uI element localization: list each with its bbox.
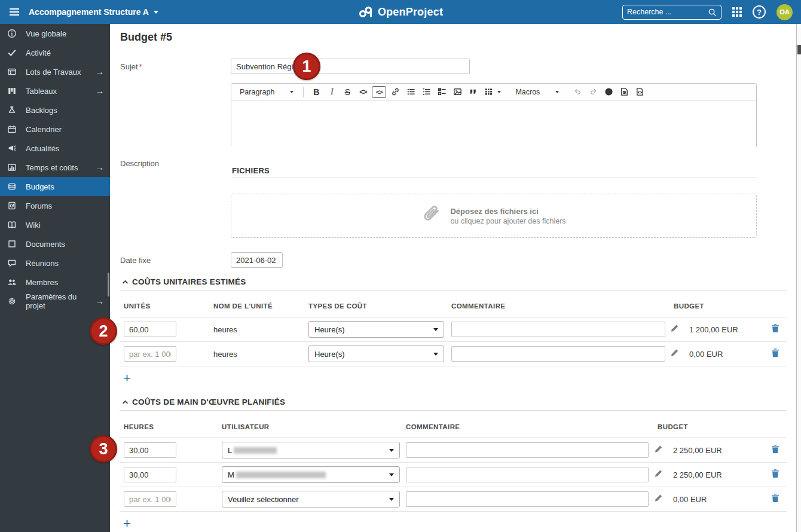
delete-row-trash-icon[interactable] bbox=[771, 444, 779, 456]
submenu-arrow-icon[interactable]: → bbox=[96, 67, 104, 77]
submenu-arrow-icon[interactable]: → bbox=[96, 296, 104, 306]
units-input[interactable] bbox=[124, 346, 176, 362]
sidebar-item-label: Budgets bbox=[26, 182, 54, 191]
macros-dropdown[interactable]: Macros bbox=[512, 87, 562, 97]
sidebar-item-reunions[interactable]: Réunions bbox=[0, 253, 110, 273]
link-button[interactable] bbox=[389, 85, 402, 99]
units-input[interactable] bbox=[124, 322, 176, 337]
sidebar-item-label: Paramètres du projet bbox=[26, 292, 96, 310]
strikethrough-button[interactable]: S bbox=[341, 85, 354, 99]
hamburger-menu-icon[interactable] bbox=[0, 0, 29, 24]
submenu-arrow-icon[interactable]: → bbox=[96, 163, 104, 172]
annotation-badge-3: 3 bbox=[90, 435, 117, 463]
user-select[interactable]: L bbox=[222, 442, 400, 458]
edit-budget-pencil-icon[interactable] bbox=[670, 348, 679, 360]
comment-input[interactable] bbox=[406, 467, 649, 482]
budget-amount: 0,00 EUR bbox=[689, 350, 723, 359]
sidebar-scrollbar[interactable] bbox=[108, 273, 109, 296]
italic-button[interactable]: I bbox=[325, 85, 338, 99]
submenu-arrow-icon[interactable]: → bbox=[96, 86, 104, 96]
block-quote-button[interactable] bbox=[466, 85, 479, 99]
delete-row-trash-icon[interactable] bbox=[771, 323, 779, 335]
project-dropdown-caret-icon[interactable] bbox=[154, 11, 158, 14]
delete-row-trash-icon[interactable] bbox=[771, 493, 779, 505]
forums-icon bbox=[7, 201, 17, 210]
unit-costs-section-header[interactable]: COÛTS UNITAIRES ESTIMÉS bbox=[122, 277, 246, 286]
source-view-button[interactable] bbox=[633, 85, 646, 99]
sidebar-item-vue-globale[interactable]: Vue globale bbox=[0, 24, 110, 43]
edit-budget-pencil-icon[interactable] bbox=[654, 445, 663, 456]
sidebar-item-backlogs[interactable]: Backlogs bbox=[0, 100, 110, 120]
sidebar-item-forums[interactable]: Forums bbox=[0, 196, 110, 215]
toolbar-divider bbox=[303, 87, 304, 97]
sidebar-item-wiki[interactable]: Wiki bbox=[0, 215, 110, 234]
user-select[interactable]: M bbox=[222, 466, 400, 483]
sidebar-item-membres[interactable]: Membres bbox=[0, 273, 110, 292]
sidebar-item-temps-et-couts[interactable]: Temps et coûts → bbox=[0, 158, 110, 177]
labor-costs-section-header[interactable]: COÛTS DE MAIN D'ŒUVRE PLANIFIÉS bbox=[122, 398, 285, 406]
delete-row-trash-icon[interactable] bbox=[771, 469, 779, 481]
insert-image-button[interactable] bbox=[451, 85, 464, 99]
delete-row-trash-icon[interactable] bbox=[771, 348, 779, 360]
add-labor-cost-button[interactable]: + bbox=[120, 517, 131, 530]
hours-input[interactable] bbox=[124, 442, 176, 458]
bold-button[interactable]: B bbox=[310, 85, 323, 99]
editor-help-icon[interactable]: ? bbox=[602, 85, 615, 99]
apps-grid-icon[interactable] bbox=[732, 7, 742, 17]
bulleted-list-button[interactable] bbox=[404, 85, 417, 99]
paragraph-format-dropdown[interactable]: Paragraph bbox=[236, 87, 297, 97]
preview-button[interactable] bbox=[617, 85, 631, 99]
labor-cost-row: M 2 250,00 EUR bbox=[120, 463, 787, 487]
editor-content-area[interactable] bbox=[231, 100, 756, 148]
sidebar-item-parametres-du-projet[interactable]: Paramètres du projet → bbox=[0, 292, 110, 311]
sidebar-item-lots-de-travaux[interactable]: Lots de Travaux → bbox=[0, 62, 110, 81]
undo-button[interactable] bbox=[571, 85, 584, 99]
comment-input[interactable] bbox=[406, 442, 649, 458]
help-icon[interactable]: ? bbox=[753, 5, 766, 19]
search-icon[interactable] bbox=[708, 8, 717, 17]
todo-list-button[interactable] bbox=[435, 85, 448, 99]
comment-input[interactable] bbox=[451, 346, 665, 362]
edit-budget-pencil-icon[interactable] bbox=[654, 469, 663, 481]
calendar-icon bbox=[7, 124, 17, 134]
insert-table-button[interactable] bbox=[482, 85, 495, 99]
fixed-date-input[interactable] bbox=[231, 252, 283, 268]
sidebar-item-label: Actualités bbox=[26, 144, 59, 153]
openproject-logo[interactable]: OpenProject bbox=[358, 0, 443, 24]
sidebar-item-calendrier[interactable]: Calendrier bbox=[0, 120, 110, 139]
page-scrollbar[interactable] bbox=[796, 24, 801, 532]
sidebar-item-tableaux[interactable]: Tableaux → bbox=[0, 81, 110, 100]
sidebar-item-actualites[interactable]: Actualités bbox=[0, 139, 110, 158]
redo-button[interactable] bbox=[586, 85, 600, 99]
page-scrollbar-thumb[interactable] bbox=[797, 45, 801, 54]
comment-input[interactable] bbox=[406, 491, 649, 507]
cost-type-select[interactable]: Heure(s) bbox=[308, 346, 444, 362]
user-avatar[interactable]: OA bbox=[776, 4, 793, 20]
code-block-button[interactable]: <> bbox=[372, 86, 386, 98]
description-editor[interactable]: Paragraph B I S <> <> Macros ? bbox=[231, 83, 757, 148]
labor-costs-table-header: HEURES UTILISATEUR COMMENTAIRE BUDGET bbox=[120, 417, 787, 438]
add-unit-cost-button[interactable]: + bbox=[120, 372, 131, 385]
column-header-hours: HEURES bbox=[124, 423, 154, 430]
sidebar-item-documents[interactable]: Documents bbox=[0, 234, 110, 253]
hours-input[interactable] bbox=[124, 491, 176, 507]
sidebar-item-activite[interactable]: Activité bbox=[0, 43, 110, 62]
sidebar-item-budgets[interactable]: Budgets bbox=[0, 177, 110, 196]
search-input[interactable] bbox=[627, 8, 708, 16]
edit-budget-pencil-icon[interactable] bbox=[654, 494, 663, 505]
table-dropdown-caret-icon[interactable] bbox=[497, 91, 501, 93]
project-name[interactable]: Accompagnement Structure A bbox=[29, 7, 149, 17]
cost-type-select[interactable]: Heure(s) bbox=[308, 321, 444, 338]
edit-budget-pencil-icon[interactable] bbox=[670, 324, 679, 335]
numbered-list-button[interactable] bbox=[420, 85, 433, 99]
time-costs-icon bbox=[7, 163, 17, 172]
hours-input[interactable] bbox=[124, 467, 176, 482]
inline-code-button[interactable]: <> bbox=[356, 85, 369, 99]
file-dropzone[interactable]: Déposez des fichiers ici ou cliquez pour… bbox=[231, 194, 757, 238]
global-search[interactable] bbox=[622, 5, 721, 20]
wiki-book-icon bbox=[7, 220, 17, 230]
user-select[interactable]: Veuillez sélectionner bbox=[222, 491, 400, 507]
comment-input[interactable] bbox=[451, 322, 665, 337]
column-header-user: UTILISATEUR bbox=[222, 423, 270, 430]
subject-input[interactable] bbox=[231, 59, 470, 74]
